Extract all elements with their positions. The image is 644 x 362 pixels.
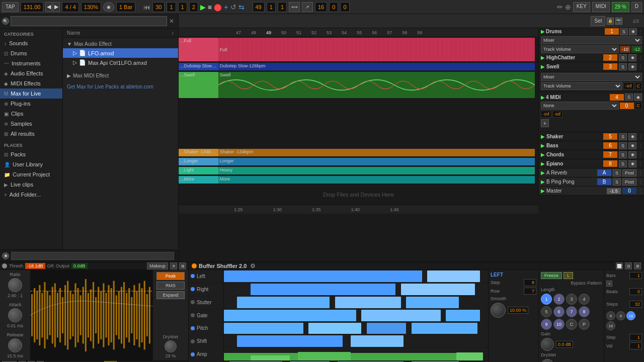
pos3-display[interactable]: 1 [178, 2, 187, 12]
tc-bass-mute[interactable]: ◉ [628, 142, 636, 149]
tc-vol-select[interactable]: Track Volume [541, 82, 622, 90]
follow-btn[interactable]: ↗ [302, 2, 313, 12]
num-btn-10[interactable]: 10 [553, 319, 565, 330]
rms-btn[interactable]: RMS [156, 282, 185, 290]
sh-dot-gate[interactable] [191, 313, 195, 317]
rewind-btn[interactable]: ⏮ [143, 3, 150, 11]
list-item-maxapi[interactable]: ▷ 📄 Max Api Ctrl1LFO.amxd [63, 58, 178, 67]
num-btn-4[interactable]: 4 [579, 294, 590, 305]
comp-expand-btn[interactable]: ⊞ [179, 262, 186, 269]
shuffler-close-btn[interactable]: ⬜ [616, 262, 623, 269]
tc-mixer-select[interactable]: Mixer [541, 73, 642, 81]
stop-btn[interactable]: ■ [208, 3, 212, 11]
sidebar-item-clips[interactable]: ▣ Clips [0, 109, 62, 119]
sh-dot-right[interactable] [191, 287, 195, 291]
sidebar-item-current-project[interactable]: 📁 Current Project [0, 169, 62, 179]
tc-chords-play[interactable]: ▶ [541, 152, 545, 157]
max-midi-effect-header[interactable]: ▶ Max MIDI Effect [63, 71, 178, 80]
beats3[interactable]: 0 [340, 2, 349, 12]
sidebar-item-user-library[interactable]: 👤 User Library [0, 159, 62, 169]
search-clear-button[interactable]: ✕ [167, 18, 176, 25]
pos2-display[interactable]: 1 [167, 2, 176, 12]
num-btn-5[interactable]: 5 [541, 306, 552, 317]
tc-4midi-s[interactable]: S [625, 94, 633, 101]
steps-btn-8b[interactable]: 8 [616, 311, 625, 320]
tc-epiano-play[interactable]: ▶ [541, 161, 545, 166]
clip-full-prefix[interactable]: ...Full [179, 38, 218, 61]
clip-swell[interactable]: Swell [218, 72, 535, 98]
sh-dot-left[interactable] [191, 274, 195, 278]
drop-area[interactable]: Drop Files and Devices Here [179, 185, 538, 204]
sidebar-item-all-results[interactable]: ⊞ All results [0, 129, 62, 139]
clip-light-prefix[interactable]: ...Light [179, 167, 218, 174]
tc-drums-s[interactable]: S [620, 28, 628, 35]
tc-4midi-none-select[interactable]: None [541, 102, 619, 110]
tc-drums-mixer-select[interactable]: Mixer [541, 36, 642, 44]
tc-drums-play[interactable]: ▶ [541, 29, 545, 34]
tc-chords-mute[interactable]: ◉ [628, 151, 636, 158]
tc-reverb-post[interactable]: Post [622, 169, 636, 176]
tc-drums-vol-select[interactable]: Track Volume [541, 45, 619, 53]
tc-highchatter-s[interactable]: S [619, 54, 627, 61]
steps-btn-16a[interactable]: 16 [626, 311, 635, 320]
sidebar-item-live-clips[interactable]: ▶ Live clips [0, 179, 62, 190]
tc-swell-mute[interactable]: ◉ [628, 63, 636, 70]
shuffler-drywet-knob[interactable] [541, 359, 554, 362]
sidebar-item-sounds[interactable]: ♪ Sounds [0, 38, 62, 48]
tc-bass-s[interactable]: S [619, 142, 627, 149]
num-btn-2[interactable]: 2 [553, 294, 565, 305]
tc-reverb-play[interactable]: ▶ [541, 170, 545, 175]
shuffler-expand-btn[interactable]: ⊟ [625, 262, 632, 269]
play-btn[interactable]: ▶ [200, 3, 206, 11]
zoom-display[interactable]: 130% [81, 2, 101, 12]
tc-pingpong-post[interactable]: Post [622, 178, 636, 186]
tc-pingpong-s[interactable]: S [613, 178, 621, 186]
comp-makeup-btn[interactable]: Makeup [147, 262, 168, 269]
sh-dot-amp[interactable] [191, 352, 195, 356]
clip-heavy[interactable]: Heavy [218, 167, 535, 174]
sidebar-item-audio-effects[interactable]: ◈ Audio Effects [0, 68, 62, 78]
num-btn-c[interactable]: C [566, 319, 577, 330]
tc-4midi-mute[interactable]: ◉ [634, 94, 642, 101]
tc-shaker-play[interactable]: ▶ [541, 134, 545, 139]
ratio-knob[interactable] [8, 278, 22, 292]
sidebar-item-samples[interactable]: ≋ Samples [0, 119, 62, 129]
num-btn-3[interactable]: 3 [566, 294, 577, 305]
tc-swell-play[interactable]: ▶ [541, 64, 545, 69]
sidebar-item-plug-ins[interactable]: ⊕ Plug-ins [0, 99, 62, 109]
d-button[interactable]: D [631, 2, 642, 12]
tc-drums-handle[interactable]: ⋮⋮ [638, 29, 642, 34]
key-button[interactable]: KEY [573, 2, 590, 12]
loop-btn[interactable]: ↺ [230, 3, 236, 11]
promo-link[interactable]: Get Max for Live Packs at ableton.com [63, 82, 178, 92]
clip-full[interactable]: Full [218, 38, 535, 61]
comp-close-btn[interactable]: ✕ [170, 262, 177, 269]
bpm-increment[interactable]: ▶ [53, 2, 60, 12]
tc-highchatter-mute[interactable]: ◉ [628, 54, 636, 61]
select-btn[interactable]: ⊕ [565, 3, 571, 11]
shuffler-grid[interactable] [224, 270, 488, 362]
sidebar-item-instruments[interactable]: 〰 Instruments [0, 58, 62, 68]
metronome-btn[interactable]: ◉ [103, 2, 114, 12]
clip-more[interactable]: More [218, 176, 535, 184]
release-knob[interactable] [8, 338, 22, 352]
beats2[interactable]: 0 [329, 2, 338, 12]
tc-pingpong-play[interactable]: ▶ [541, 179, 545, 185]
right-pos3[interactable]: 1 [278, 2, 287, 12]
record-btn[interactable]: ⬤ [214, 3, 222, 11]
l-btn[interactable]: L [564, 272, 573, 279]
sh-dot-pitch[interactable] [191, 326, 195, 330]
list-item-lfo[interactable]: ▷ 📄 LFO.amxd [63, 48, 178, 58]
clip-shaker-prefix[interactable]: ...Shaker -134bpm [179, 149, 218, 156]
sh-dot-stutter[interactable] [191, 300, 195, 304]
tc-4midi-add-btn[interactable]: + [541, 119, 549, 127]
tc-bass-play[interactable]: ▶ [541, 143, 545, 148]
smooth-knob[interactable] [491, 303, 506, 318]
sidebar-item-max-for-live[interactable]: M Max for Live [0, 88, 62, 99]
num-btn-6[interactable]: 6 [553, 306, 565, 317]
set-button[interactable]: Set [591, 16, 605, 26]
clip-swell-prefix[interactable]: ...Swell [179, 72, 218, 98]
shuffler-settings-btn[interactable]: ⊞ [634, 262, 641, 269]
tap-button[interactable]: TAP [2, 2, 19, 12]
num-btn-p[interactable]: P [579, 319, 590, 330]
